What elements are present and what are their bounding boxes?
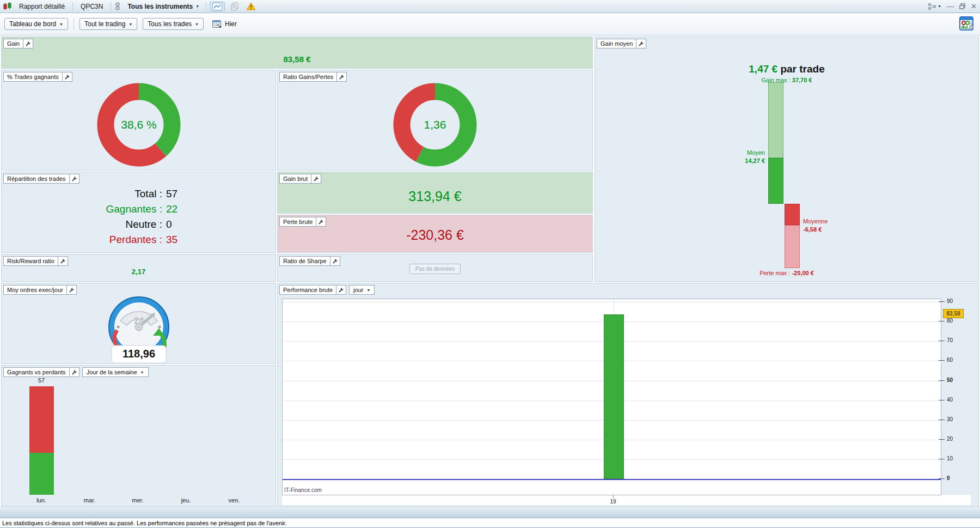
panel-gain-brut-title: Gain brut: [279, 174, 311, 184]
watermark: IT-Finance.com: [284, 487, 322, 493]
moyenne-label: Moyenne -6,58 €: [803, 217, 828, 234]
tab-qpc3n[interactable]: QPC3N: [76, 3, 107, 10]
repartition-row-label: Gagnantes :: [106, 203, 162, 215]
chart-icon[interactable]: [210, 2, 225, 11]
panel-perte-brute-title: Perte brute: [279, 217, 316, 227]
repartition-rows: Total :57Gagnantes :22Neutre :0Perdantes…: [2, 188, 277, 249]
axis-tick: [939, 360, 945, 361]
ratio-gp-settings-wrench-button[interactable]: [337, 72, 347, 82]
axis-tick: [939, 459, 945, 459]
chevron-down-icon: ▼: [128, 22, 132, 26]
current-value-highlight: 83,58: [943, 309, 964, 318]
axis-tick-label: 60: [947, 357, 953, 363]
separator: [206, 2, 206, 11]
performance-bar-chart: 010203040506070809083,5819: [278, 283, 979, 507]
wrench-icon: [65, 75, 70, 80]
wrench-icon: [72, 177, 77, 181]
repartition-settings-wrench-button[interactable]: [70, 174, 79, 184]
gain-value: 83,58 €: [2, 54, 592, 64]
day-label: mer.: [121, 497, 154, 503]
status-bar-text: Les statistiques ci-dessus sont relative…: [2, 520, 286, 526]
wrench-icon: [69, 288, 74, 293]
gain-moyen-segment: [768, 158, 783, 204]
link-instruments-icon[interactable]: [114, 2, 121, 11]
sharpe-no-data-badge: Pas de données: [409, 264, 461, 274]
gagnants-perdants-bar-chart: lun.57mar.mer.jeu.ven.: [2, 366, 277, 507]
panel-moy-ordres: Moy ordres exec/jour 24 118,96: [1, 283, 276, 364]
candlestick-app-icon: [3, 2, 11, 11]
period-selector-dropdown[interactable]: jour▼: [349, 285, 375, 295]
gridline: [283, 302, 941, 302]
perte-max-label: Perte max : -20,00 €: [595, 270, 978, 276]
perte-brute-settings-wrench-button[interactable]: [316, 217, 326, 227]
separator: [72, 2, 73, 11]
close-button[interactable]: ✕: [971, 2, 977, 10]
repartition-row-label: Perdantes :: [109, 234, 162, 246]
panel-gain-brut: Gain brut 313,94 €: [277, 172, 593, 214]
performance-settings-wrench-button[interactable]: [336, 285, 346, 295]
risk-reward-settings-wrench-button[interactable]: [58, 256, 68, 266]
moy-ordres-value: 118,96: [112, 348, 166, 360]
axis-tick: [939, 301, 945, 302]
wrench-icon: [60, 259, 65, 264]
perte-max-segment: [785, 225, 800, 268]
grouping-selector-dropdown[interactable]: Jour de la semaine▼: [82, 367, 149, 377]
dashboard-settings-icon: [959, 16, 975, 31]
gagnants-bar-segment: [29, 453, 54, 495]
pct-trades-settings-wrench-button[interactable]: [63, 72, 72, 82]
wrench-icon: [333, 259, 338, 264]
moy-ordres-settings-wrench-button[interactable]: [67, 285, 77, 295]
date-range-button[interactable]: Hier: [209, 19, 240, 29]
zero-line: [283, 479, 941, 480]
gain-moyen-waterfall-chart: [595, 37, 979, 282]
dashboard-settings-button[interactable]: [958, 16, 976, 33]
dashboard-selector-dropdown[interactable]: Tableau de bord▼: [4, 18, 68, 30]
gain-brut-settings-wrench-button[interactable]: [311, 174, 321, 184]
axis-tick-label: 50: [947, 377, 953, 383]
warning-icon[interactable]: [244, 2, 258, 11]
gain-moyen-settings-wrench-button[interactable]: [636, 39, 646, 48]
axis-tick-label: 70: [947, 337, 953, 343]
restore-button[interactable]: [959, 3, 965, 9]
risk-reward-value: 2,17: [2, 268, 275, 276]
repartition-row-label: Total :: [134, 188, 162, 200]
sharpe-settings-wrench-button[interactable]: [330, 256, 340, 266]
panel-risk-reward-title: Risk/Reward ratio: [3, 256, 58, 266]
instrument-selector-dropdown[interactable]: Tous les instruments▼: [124, 3, 203, 10]
panel-performance-title: Performance brute: [279, 285, 336, 295]
gain-max-segment: [768, 82, 783, 158]
panel-gain-moyen-header: Gain moyen: [597, 39, 646, 48]
panel-pct-trades-header: % Trades gagnants: [3, 72, 72, 82]
axis-tick: [939, 478, 945, 479]
axis-tick: [939, 420, 945, 420]
axis-tick-label: 30: [947, 416, 953, 422]
tab-rapport-detaille[interactable]: Rapport détaillé: [15, 3, 69, 10]
panel-perte-brute-header: Perte brute: [279, 217, 326, 227]
perte-brute-value: -230,36 €: [278, 227, 592, 243]
axis-tick: [939, 439, 945, 440]
panel-ratio-sharpe: Ratio de Sharpe Pas de données: [277, 254, 593, 282]
panel-moy-ordres-header: Moy ordres exec/jour: [3, 285, 77, 295]
panel-gain-moyen: Gain moyen 1,47 € par trade Gain max : 3…: [595, 37, 979, 282]
gain-settings-wrench-button[interactable]: [23, 39, 33, 48]
share-icon[interactable]: ▼: [928, 3, 941, 10]
trades-filter-dropdown[interactable]: Tous les trades▼: [143, 18, 204, 30]
repartition-row-label: Neutre :: [125, 219, 162, 230]
axis-tick-label: 10: [947, 456, 953, 462]
repartition-row-value: 57: [166, 188, 177, 200]
panel-moy-ordres-title: Moy ordres exec/jour: [3, 285, 67, 295]
bottom-gradient-strip: [0, 507, 980, 518]
chevron-down-icon: ▼: [195, 4, 199, 8]
panel-ratio-gp-header: Ratio Gains/Pertes: [279, 72, 347, 82]
repartition-row-value: 35: [166, 234, 177, 246]
panel-sharpe-header: Ratio de Sharpe: [279, 256, 340, 266]
gagnants-perdants-settings-wrench-button[interactable]: [70, 367, 79, 377]
panel-performance-brute: Performance brute jour▼ 0102030405060708…: [277, 283, 979, 507]
panel-ratio-gp-title: Ratio Gains/Pertes: [279, 72, 337, 82]
trading-scope-dropdown[interactable]: Tout le trading▼: [79, 18, 137, 30]
panel-repartition-title: Répartition des trades: [3, 174, 70, 184]
copy-icon[interactable]: [228, 2, 241, 11]
panel-perte-brute: Perte brute -230,36 €: [277, 215, 593, 253]
minimize-button[interactable]: —: [947, 2, 954, 10]
repartition-row: Gagnantes :22: [2, 203, 277, 219]
